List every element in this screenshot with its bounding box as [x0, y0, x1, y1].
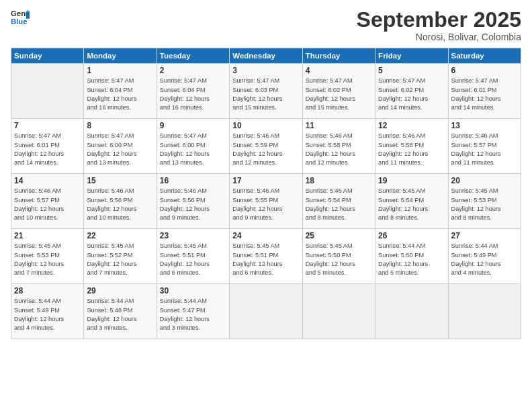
day-info: Sunrise: 5:44 AM Sunset: 5:49 PM Dayligh…	[14, 297, 81, 332]
week-row-4: 21Sunrise: 5:45 AM Sunset: 5:53 PM Dayli…	[11, 229, 521, 284]
day-info: Sunrise: 5:47 AM Sunset: 6:00 PM Dayligh…	[87, 132, 153, 167]
day-cell: 22Sunrise: 5:45 AM Sunset: 5:52 PM Dayli…	[84, 229, 157, 284]
day-cell: 23Sunrise: 5:45 AM Sunset: 5:51 PM Dayli…	[157, 229, 229, 284]
day-info: Sunrise: 5:46 AM Sunset: 5:57 PM Dayligh…	[14, 187, 81, 222]
day-info: Sunrise: 5:46 AM Sunset: 5:56 PM Dayligh…	[87, 187, 153, 222]
day-number: 8	[87, 121, 153, 130]
day-number: 10	[232, 121, 299, 130]
col-header-tuesday: Tuesday	[157, 48, 229, 64]
day-cell: 17Sunrise: 5:46 AM Sunset: 5:55 PM Dayli…	[230, 174, 302, 229]
svg-text:Blue: Blue	[11, 17, 28, 26]
day-cell: 28Sunrise: 5:44 AM Sunset: 5:49 PM Dayli…	[11, 284, 84, 339]
day-number: 7	[14, 121, 81, 130]
day-cell: 9Sunrise: 5:47 AM Sunset: 6:00 PM Daylig…	[157, 119, 229, 174]
week-row-3: 14Sunrise: 5:46 AM Sunset: 5:57 PM Dayli…	[11, 174, 521, 229]
day-cell: 24Sunrise: 5:45 AM Sunset: 5:51 PM Dayli…	[230, 229, 302, 284]
day-cell: 15Sunrise: 5:46 AM Sunset: 5:56 PM Dayli…	[84, 174, 157, 229]
day-info: Sunrise: 5:45 AM Sunset: 5:51 PM Dayligh…	[160, 242, 226, 277]
day-info: Sunrise: 5:46 AM Sunset: 5:57 PM Dayligh…	[451, 132, 518, 167]
day-info: Sunrise: 5:45 AM Sunset: 5:54 PM Dayligh…	[378, 187, 445, 222]
logo-icon: General Blue	[11, 8, 30, 27]
day-cell	[448, 284, 521, 339]
day-cell: 14Sunrise: 5:46 AM Sunset: 5:57 PM Dayli…	[11, 174, 84, 229]
location-subtitle: Norosi, Bolivar, Colombia	[357, 32, 521, 42]
day-cell: 30Sunrise: 5:44 AM Sunset: 5:47 PM Dayli…	[157, 284, 229, 339]
day-info: Sunrise: 5:45 AM Sunset: 5:50 PM Dayligh…	[306, 242, 372, 277]
page-header: General Blue September 2025 Norosi, Boli…	[11, 8, 521, 42]
day-info: Sunrise: 5:47 AM Sunset: 6:00 PM Dayligh…	[160, 132, 226, 167]
logo: General Blue	[11, 8, 30, 27]
day-number: 5	[378, 66, 445, 75]
day-info: Sunrise: 5:46 AM Sunset: 5:55 PM Dayligh…	[232, 187, 299, 222]
day-cell: 13Sunrise: 5:46 AM Sunset: 5:57 PM Dayli…	[448, 119, 521, 174]
col-header-saturday: Saturday	[448, 48, 521, 64]
day-cell	[375, 284, 448, 339]
col-header-friday: Friday	[375, 48, 448, 64]
day-cell	[230, 284, 302, 339]
day-info: Sunrise: 5:45 AM Sunset: 5:53 PM Dayligh…	[451, 187, 518, 222]
day-info: Sunrise: 5:46 AM Sunset: 5:59 PM Dayligh…	[232, 132, 299, 167]
day-info: Sunrise: 5:46 AM Sunset: 5:58 PM Dayligh…	[378, 132, 445, 167]
day-info: Sunrise: 5:44 AM Sunset: 5:50 PM Dayligh…	[378, 242, 445, 277]
header-row: SundayMondayTuesdayWednesdayThursdayFrid…	[11, 48, 521, 64]
day-cell: 11Sunrise: 5:46 AM Sunset: 5:58 PM Dayli…	[302, 119, 375, 174]
day-info: Sunrise: 5:46 AM Sunset: 5:56 PM Dayligh…	[160, 187, 226, 222]
day-info: Sunrise: 5:44 AM Sunset: 5:47 PM Dayligh…	[160, 297, 226, 332]
day-cell: 1Sunrise: 5:47 AM Sunset: 6:04 PM Daylig…	[84, 64, 157, 119]
day-info: Sunrise: 5:45 AM Sunset: 5:51 PM Dayligh…	[232, 242, 299, 277]
day-number: 12	[378, 121, 445, 130]
day-number: 17	[232, 176, 299, 185]
day-number: 6	[451, 66, 518, 75]
day-info: Sunrise: 5:45 AM Sunset: 5:54 PM Dayligh…	[306, 187, 372, 222]
day-cell: 5Sunrise: 5:47 AM Sunset: 6:02 PM Daylig…	[375, 64, 448, 119]
title-block: September 2025 Norosi, Bolivar, Colombia	[357, 8, 521, 42]
day-info: Sunrise: 5:47 AM Sunset: 6:04 PM Dayligh…	[160, 77, 226, 112]
day-number: 19	[378, 176, 445, 185]
calendar-table: SundayMondayTuesdayWednesdayThursdayFrid…	[11, 48, 521, 339]
col-header-thursday: Thursday	[302, 48, 375, 64]
day-number: 4	[306, 66, 372, 75]
day-number: 14	[14, 176, 81, 185]
day-info: Sunrise: 5:47 AM Sunset: 6:02 PM Dayligh…	[378, 77, 445, 112]
col-header-sunday: Sunday	[11, 48, 84, 64]
day-number: 11	[306, 121, 372, 130]
day-cell: 7Sunrise: 5:47 AM Sunset: 6:01 PM Daylig…	[11, 119, 84, 174]
day-info: Sunrise: 5:47 AM Sunset: 6:04 PM Dayligh…	[87, 77, 153, 112]
week-row-5: 28Sunrise: 5:44 AM Sunset: 5:49 PM Dayli…	[11, 284, 521, 339]
day-number: 20	[451, 176, 518, 185]
day-number: 9	[160, 121, 226, 130]
day-info: Sunrise: 5:44 AM Sunset: 5:48 PM Dayligh…	[87, 297, 153, 332]
day-cell: 21Sunrise: 5:45 AM Sunset: 5:53 PM Dayli…	[11, 229, 84, 284]
day-number: 3	[232, 66, 299, 75]
day-number: 18	[306, 176, 372, 185]
day-cell: 20Sunrise: 5:45 AM Sunset: 5:53 PM Dayli…	[448, 174, 521, 229]
day-cell: 29Sunrise: 5:44 AM Sunset: 5:48 PM Dayli…	[84, 284, 157, 339]
day-number: 23	[160, 231, 226, 240]
day-number: 26	[378, 231, 445, 240]
day-cell: 4Sunrise: 5:47 AM Sunset: 6:02 PM Daylig…	[302, 64, 375, 119]
day-info: Sunrise: 5:44 AM Sunset: 5:49 PM Dayligh…	[451, 242, 518, 277]
day-cell: 10Sunrise: 5:46 AM Sunset: 5:59 PM Dayli…	[230, 119, 302, 174]
day-cell: 2Sunrise: 5:47 AM Sunset: 6:04 PM Daylig…	[157, 64, 229, 119]
day-number: 21	[14, 231, 81, 240]
day-cell: 18Sunrise: 5:45 AM Sunset: 5:54 PM Dayli…	[302, 174, 375, 229]
day-cell: 8Sunrise: 5:47 AM Sunset: 6:00 PM Daylig…	[84, 119, 157, 174]
day-number: 15	[87, 176, 153, 185]
day-info: Sunrise: 5:46 AM Sunset: 5:58 PM Dayligh…	[306, 132, 372, 167]
col-header-monday: Monday	[84, 48, 157, 64]
day-number: 30	[160, 286, 226, 295]
day-number: 28	[14, 286, 81, 295]
day-number: 2	[160, 66, 226, 75]
day-cell: 25Sunrise: 5:45 AM Sunset: 5:50 PM Dayli…	[302, 229, 375, 284]
day-cell: 26Sunrise: 5:44 AM Sunset: 5:50 PM Dayli…	[375, 229, 448, 284]
day-number: 27	[451, 231, 518, 240]
day-cell: 27Sunrise: 5:44 AM Sunset: 5:49 PM Dayli…	[448, 229, 521, 284]
day-info: Sunrise: 5:47 AM Sunset: 6:03 PM Dayligh…	[232, 77, 299, 112]
day-cell: 6Sunrise: 5:47 AM Sunset: 6:01 PM Daylig…	[448, 64, 521, 119]
day-number: 13	[451, 121, 518, 130]
day-number: 22	[87, 231, 153, 240]
day-number: 16	[160, 176, 226, 185]
day-info: Sunrise: 5:47 AM Sunset: 6:02 PM Dayligh…	[306, 77, 372, 112]
day-cell	[302, 284, 375, 339]
day-info: Sunrise: 5:45 AM Sunset: 5:52 PM Dayligh…	[87, 242, 153, 277]
